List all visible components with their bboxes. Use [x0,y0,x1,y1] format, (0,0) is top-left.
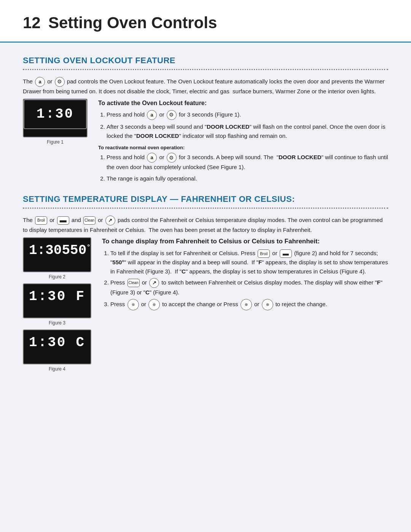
C-bold2: C [145,289,150,296]
gear-icon-step1: ⚙ [167,110,177,120]
rect-icon: ▬ [57,216,69,225]
divider1 [23,69,388,70]
figure2-display-wrapper: 1:30 550° [23,237,91,272]
arrow-icon: ↗ [105,216,115,225]
door-locked-bold1: DOOR LOCKED [207,123,250,130]
section1-intro: The a or ⚙ pad controls the Oven Lockout… [23,77,388,96]
activate-step1: Press and hold a or ⚙ for 3 seconds (Fig… [107,110,388,120]
a-icon-step1: a [147,110,157,120]
gear-icon: ⚙ [55,77,65,87]
page-header: 12 Setting Oven Controls [0,0,411,43]
door-bold-react: DOOR LOCKED [279,154,322,160]
gear-icon-react: ⚙ [167,153,177,163]
change-step3: Press ⊛ or ⊛ to accept the change or Pre… [110,299,388,310]
broil-icon-s1: Broil [258,249,270,258]
activate-steps: Press and hold a or ⚙ for 3 seconds (Fig… [98,110,388,140]
section2-instructions: To change display from Fahrenheit to Cel… [102,237,388,313]
figure2-temp: 550° [62,240,91,261]
figure4-label: Figure 4 [23,366,91,372]
clean-icon-s2: Clean [127,279,140,287]
figure2-time: 1:30 [29,240,62,261]
figure4-display-wrapper: 1:30 C [23,329,91,364]
section2-intro: The Broil or ▬ and Clean or ↗ pads contr… [23,216,388,234]
start-icon2-s3: ⊛ [148,299,160,310]
page-title: Setting Oven Controls [48,14,217,32]
figure1-label: Figure 1 [23,139,88,145]
a-icon-react: a [147,153,157,163]
change-step1: To tell if the display is set for Fahren… [110,249,388,276]
start-icon-s3: ⊛ [127,299,139,310]
divider2 [23,208,388,209]
figure1-display-wrapper: 1:30 [23,99,88,137]
figure4-letter: C [76,332,85,353]
activate-step2: After 3 seconds a beep will sound and "D… [107,122,388,140]
figures-col: 1:30 550° Figure 2 1:30 F Fi [23,237,91,375]
C-bold1: C [182,268,186,275]
change-step2: Press Clean or ↗ to switch between Fahre… [110,278,388,297]
section1: SETTING OVEN LOCKOUT FEATURE The a or ⚙ … [23,54,388,186]
figure3-letter: F [76,286,85,307]
a-icon: a [35,77,45,87]
figure3-label: Figure 3 [23,320,91,326]
figure4-time: 1:30 [29,332,66,353]
section2-title: SETTING TEMPERATURE DISPLAY — FAHRENHEIT… [23,193,388,205]
cancel-icon2-s3: ⊗ [262,299,273,310]
activate-heading: To activate the Oven Lockout feature: [98,99,388,108]
figure3-time: 1:30 [29,286,66,307]
section2: SETTING TEMPERATURE DISPLAY — FAHRENHEIT… [23,193,388,375]
figure3-display-wrapper: 1:30 F [23,283,91,318]
door-locked-bold2: DOOR LOCKED [136,133,179,139]
figure2-display: 1:30 550° [24,238,91,263]
F-bold2: F [377,279,381,286]
reactivate-steps: Press and hold a or ⚙ for 3 seconds. A b… [98,153,388,183]
figure3-display: 1:30 F [24,284,91,309]
reactivate-step1: Press and hold a or ⚙ for 3 seconds. A b… [107,153,388,171]
rect-icon-s1: ▬ [280,249,292,258]
reactivate-step2: The range is again fully operational. [107,174,388,183]
figure1-col: 1:30 Figure 1 [23,99,88,149]
clean-icon: Clean [83,216,96,225]
chapter-number: 12 [23,14,41,32]
change-steps: To tell if the display is set for Fahren… [102,249,388,310]
broil-icon: Broil [35,216,47,225]
content-area: SETTING OVEN LOCKOUT FEATURE The a or ⚙ … [0,43,411,387]
reactivate-heading: To reactivate normal oven operation: [98,144,388,152]
arrow-icon-s2: ↗ [149,278,159,288]
section1-right: To activate the Oven Lockout feature: Pr… [98,99,388,186]
F-bold1: F [258,259,262,265]
figure1-display: 1:30 [24,99,87,129]
section1-title: SETTING OVEN LOCKOUT FEATURE [23,54,388,67]
section1-twocol: 1:30 Figure 1 To activate the Oven Locko… [23,99,388,186]
change-heading: To change display from Fahrenheit to Cel… [102,237,388,246]
section2-body: 1:30 550° Figure 2 1:30 F Fi [23,237,388,375]
page: 12 Setting Oven Controls SETTING OVEN LO… [0,0,411,532]
figure2-label: Figure 2 [23,273,91,280]
figure4-display: 1:30 C [24,330,91,355]
550-bold: 550° [112,259,124,265]
cancel-icon-s3: ⊗ [241,299,252,310]
